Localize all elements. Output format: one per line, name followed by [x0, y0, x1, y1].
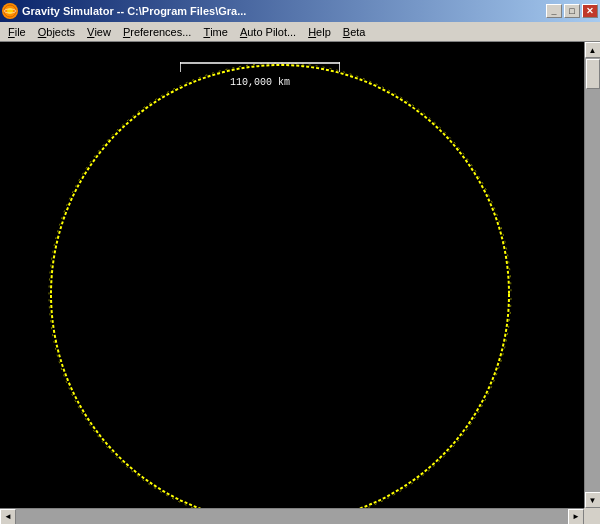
scroll-left-button[interactable]: ◄: [0, 509, 16, 525]
minimize-button[interactable]: _: [546, 4, 562, 18]
scrollbar-right: ▲ ▼: [584, 42, 600, 508]
orbit-circle-outer: [49, 63, 511, 508]
menu-beta[interactable]: Beta: [337, 22, 372, 41]
scale-line-svg: [180, 62, 340, 76]
scroll-right-button[interactable]: ►: [568, 509, 584, 525]
scroll-down-button[interactable]: ▼: [585, 492, 601, 508]
scroll-track-horizontal[interactable]: [16, 509, 568, 525]
menu-autopilot[interactable]: Auto Pilot...: [234, 22, 302, 41]
menu-time[interactable]: Time: [197, 22, 233, 41]
scale-indicator: 110,000 km: [180, 62, 340, 88]
scroll-corner: [584, 508, 600, 524]
menu-view[interactable]: View: [81, 22, 117, 41]
title-bar: Gravity Simulator -- C:\Program Files\Gr…: [0, 0, 600, 22]
app-icon: [2, 3, 18, 19]
canvas-area: 110,000 km ▲ ▼ ◄ ►: [0, 42, 600, 524]
menu-help[interactable]: Help: [302, 22, 337, 41]
window-title: Gravity Simulator -- C:\Program Files\Gr…: [22, 5, 246, 17]
orbit-circle: [51, 65, 509, 508]
scroll-track-vertical[interactable]: [585, 58, 601, 492]
scroll-thumb-vertical[interactable]: [586, 59, 600, 89]
menu-file[interactable]: File: [2, 22, 32, 41]
scale-bar: 110,000 km: [180, 62, 340, 88]
menu-preferences[interactable]: Preferences...: [117, 22, 197, 41]
close-button[interactable]: ✕: [582, 4, 598, 18]
menu-objects[interactable]: Objects: [32, 22, 81, 41]
title-buttons: _ □ ✕: [546, 4, 598, 18]
title-bar-left: Gravity Simulator -- C:\Program Files\Gr…: [2, 3, 246, 19]
scrollbar-bottom: ◄ ►: [0, 508, 584, 524]
maximize-button[interactable]: □: [564, 4, 580, 18]
menu-bar: File Objects View Preferences... Time Au…: [0, 22, 600, 42]
orbit-display: [0, 42, 584, 508]
scale-label: 110,000 km: [230, 77, 290, 88]
scroll-up-button[interactable]: ▲: [585, 42, 601, 58]
